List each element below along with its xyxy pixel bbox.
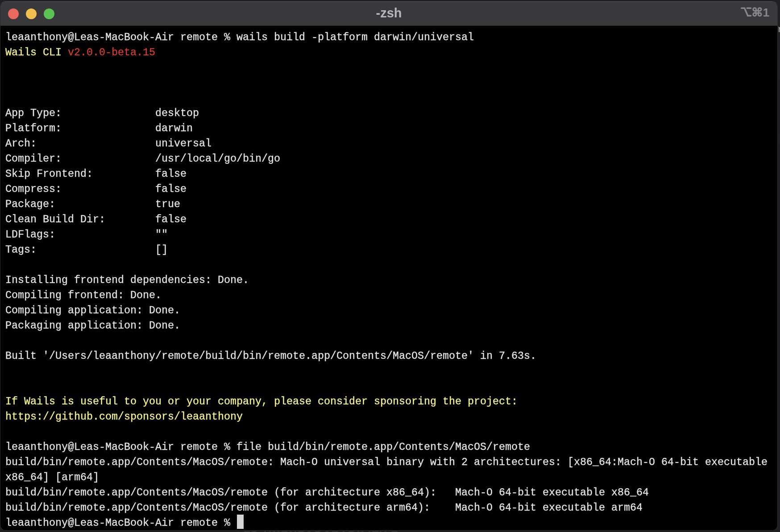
svg-text:1: 1	[763, 6, 770, 19]
